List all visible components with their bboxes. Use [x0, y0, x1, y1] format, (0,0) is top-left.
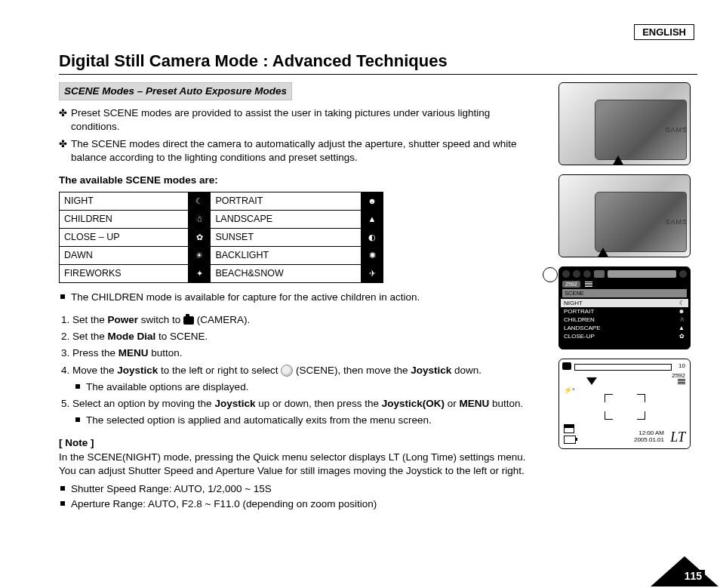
menu-top-icons [561, 269, 688, 279]
scene-icon [281, 365, 293, 377]
focus-brackets [605, 394, 645, 420]
table-row: CLOSE – UP✿ SUNSET◐ [60, 229, 383, 247]
page-number: 115 [682, 570, 705, 582]
pointer-arrow-icon [586, 377, 597, 385]
figure-number-4: 4 [543, 267, 558, 282]
exposure-bar [574, 364, 672, 371]
menu-item: PORTRAIT☻ [561, 307, 688, 316]
step-5: Select an option by moving the Joystick … [72, 397, 527, 427]
figure-4-menu-screen: 4 2592 SCENE NIGHT☾ PORTRAIT☻ CHILDREN☃ … [558, 266, 691, 349]
lt-screen: 10 2592 ⚡ˢ 12:00 AM2005.01.01 LT [558, 359, 691, 449]
scene-modes-table: NIGHT☾ PORTRAIT☻ CHILDREN☃ LANDSCAPE▲ CL… [59, 192, 383, 282]
table-row: FIREWORKS✦ BEACH&SNOW✈ [60, 264, 383, 282]
menu-resolution: 2592 [562, 281, 580, 288]
intro-item: Preset SCENE modes are provided to assis… [71, 106, 527, 134]
main-text-column: SCENE Modes – Preset Auto Exposure Modes… [59, 82, 527, 521]
procedure-steps: Set the Power switch to (CAMERA). Set th… [59, 313, 527, 428]
children-note-list: The CHILDREN mode is available for captu… [59, 291, 527, 304]
lt-datetime: 12:00 AM2005.01.01 [634, 430, 664, 444]
mode-icon: ☾ [189, 192, 211, 211]
mode-name: PORTRAIT [211, 192, 362, 211]
camera-illustration [595, 192, 687, 252]
menu-item-selected: NIGHT☾ [561, 299, 688, 307]
page-number-ornament: 115 [651, 556, 718, 586]
note-label: [ Note ] [59, 436, 527, 450]
table-row: CHILDREN☃ LANDSCAPE▲ [60, 211, 383, 229]
night-mode-icon [562, 362, 571, 370]
language-box: ENGLISH [634, 24, 694, 40]
section-subhead: SCENE Modes – Preset Auto Exposure Modes [59, 82, 292, 100]
note-body: In the SCENE(NIGHT) mode, pressing the Q… [59, 451, 527, 478]
table-caption: The available SCENE modes are: [59, 174, 527, 187]
pointer-arrow-icon [612, 155, 624, 165]
lt-resolution: 2592 [672, 373, 685, 386]
note-bullet: Aperture Range: AUTO, F2.8 ~ F11.0 (depe… [71, 497, 527, 511]
flash-icon: ⚡ˢ [564, 386, 574, 394]
note-bullets: Shutter Speed Range: AUTO, 1/2,000 ~ 15S… [59, 482, 527, 511]
pointer-arrow-icon [597, 248, 609, 257]
lt-count: 10 [678, 362, 685, 369]
camera-illustration [595, 100, 687, 160]
step-3: Press the MENU button. [72, 346, 527, 360]
card-icon [564, 424, 574, 433]
page-title: Digital Still Camera Mode : Advanced Tec… [59, 51, 697, 71]
step-4-sub: The available options are displayed. [86, 380, 248, 394]
step-1: Set the Power switch to (CAMERA). [72, 313, 527, 327]
intro-item: The SCENE modes direct the camera to aut… [71, 137, 527, 165]
intro-list: Preset SCENE modes are provided to assis… [59, 106, 527, 165]
menu-item: LANDSCAPE▲ [561, 324, 688, 332]
menu-item: CHILDREN☃ [561, 316, 688, 324]
mode-name: NIGHT [60, 192, 189, 211]
quality-icon [678, 379, 685, 385]
table-row: DAWN☀ BACKLIGHT✺ [60, 246, 383, 264]
note-bullet: Shutter Speed Range: AUTO, 1/2,000 ~ 15S [71, 482, 527, 496]
grid-icon [585, 282, 592, 288]
figure-1: 1 [558, 82, 691, 165]
step-5-sub: The selected option is applied and autom… [86, 414, 432, 427]
step-4: Move the Joystick to the left or right t… [72, 364, 527, 394]
menu-title: SCENE [562, 289, 687, 297]
step-2: Set the Mode Dial to SCENE. [72, 330, 527, 343]
mode-icon: ☻ [362, 192, 383, 211]
table-row: NIGHT☾ PORTRAIT☻ [60, 192, 383, 211]
camera-icon [183, 316, 194, 325]
title-underline [59, 74, 697, 75]
figure-column: 1 2 4 2592 SCENE NIGHT☾ PORTRAIT☻ CHILDR… [542, 82, 693, 521]
menu-item: CLOSE-UP✿ [561, 332, 688, 340]
lt-label: LT [670, 429, 685, 445]
figure-2: 2 [558, 174, 691, 257]
children-note: The CHILDREN mode is available for captu… [71, 291, 527, 304]
battery-icon [564, 436, 576, 444]
